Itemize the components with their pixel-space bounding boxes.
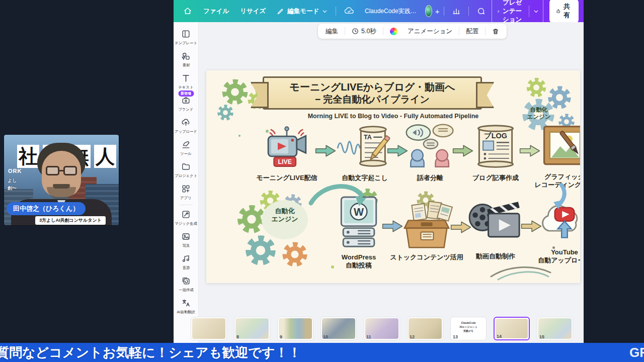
- sidebar-label: 素材: [182, 62, 190, 67]
- sidebar-item-tools[interactable]: ツール: [174, 137, 198, 159]
- trash-icon: [492, 28, 499, 35]
- toolbar-divider: [459, 27, 459, 35]
- slide-thumbnail[interactable]: 15: [537, 317, 573, 340]
- document-title[interactable]: ClaudeCode実践会第1回2026年4...: [365, 7, 417, 16]
- new-badge: 新登場: [178, 90, 194, 97]
- thumbnail-art: [235, 318, 269, 339]
- sidebar-label: AI自動翻訳: [177, 309, 195, 314]
- ta-note: TA: [364, 134, 372, 141]
- swoosh-decoration: [488, 261, 553, 282]
- gear-decoration: [244, 233, 278, 267]
- cloud-sync-button[interactable]: [340, 4, 359, 18]
- thumbnail-number: 9: [280, 334, 282, 339]
- sidebar-item-elements[interactable]: 素材: [174, 48, 198, 70]
- step-label: 動画自動制作: [460, 252, 531, 260]
- slide-thumbnail[interactable]: 10: [320, 317, 357, 340]
- resize-menu-label: リサイズ: [240, 7, 266, 16]
- duration-button[interactable]: 5.0秒: [347, 25, 381, 38]
- text-icon: [181, 73, 191, 83]
- gear-decoration: [220, 77, 250, 107]
- sidebar-item-magic-media[interactable]: マジック生成: [174, 207, 198, 229]
- sidebar-item-projects[interactable]: プロジェクト: [174, 159, 198, 181]
- share-label: 共有: [564, 3, 572, 20]
- slide-thumbnail[interactable]: 9: [277, 317, 313, 340]
- slide-thumbnail[interactable]: 8: [234, 317, 270, 340]
- bar-chart-icon: [452, 7, 460, 15]
- slide-thumbnail[interactable]: 11: [364, 317, 400, 340]
- edit-mode-menu[interactable]: 編集モード: [272, 4, 332, 19]
- resize-menu[interactable]: リサイズ: [235, 4, 270, 19]
- comments-button[interactable]: [472, 4, 490, 18]
- presentation-dropdown[interactable]: [529, 6, 543, 17]
- pencil-icon: [277, 8, 284, 15]
- speakers-icon: [404, 123, 456, 171]
- toolbar-divider: [345, 27, 345, 35]
- ticker-message: 質問などコメントお気軽に！シェアも歓迎です！！: [0, 344, 301, 361]
- insights-button[interactable]: [448, 4, 465, 18]
- add-member-button[interactable]: +: [435, 7, 440, 16]
- sidebar-label: 写真: [182, 243, 190, 248]
- left-sidebar: テンプレート 素材 テキスト 新登場 ブランド アップロード ツール プロジェク…: [174, 22, 199, 343]
- bulk-create-icon: [181, 276, 191, 286]
- clock-icon: [352, 28, 359, 35]
- sidebar-label: 一括作成: [179, 287, 193, 292]
- presenter-glasses: [46, 166, 77, 175]
- sidebar-item-ai-translate[interactable]: AI自動翻訳: [174, 295, 198, 317]
- arrow-icon: [386, 144, 409, 158]
- blog-scroll-icon: ブLOG: [471, 123, 520, 171]
- sidebar-label: マジック生成: [175, 221, 197, 226]
- sidebar-item-bulk-create[interactable]: 一括作成: [174, 273, 198, 295]
- sidebar-item-audio[interactable]: 音源: [174, 251, 198, 273]
- sidebar-item-text[interactable]: テキスト: [174, 70, 198, 93]
- sidebar-item-uploads[interactable]: アップロード: [174, 115, 198, 137]
- slide-thumbnail[interactable]: ClaudeCode AIエージェント 実践デモ 13: [450, 317, 487, 340]
- thumbnail-text: ClaudeCode AIエージェント 実践デモ: [451, 321, 486, 333]
- edit-mode-label: 編集モード: [287, 7, 319, 16]
- presenter-name-tag: 田中啓之（ひろくん）: [7, 202, 86, 215]
- share-button[interactable]: 共有: [549, 0, 579, 23]
- edit-button[interactable]: 編集: [321, 25, 343, 38]
- sidebar-item-brand[interactable]: 新登場 ブランド: [174, 93, 198, 115]
- avatar[interactable]: [425, 5, 432, 17]
- slide-canvas[interactable]: 自動化 エンジン モーニングLIVEからブログ・動画へ − 完全自動化パイプライ…: [206, 70, 580, 283]
- slide-subtitle: Morning LIVE to Blog to Video - Fully Au…: [206, 113, 580, 120]
- slide-thumbnail[interactable]: 12: [407, 317, 443, 340]
- color-button[interactable]: [385, 25, 402, 38]
- arrange-button[interactable]: 配置: [461, 25, 483, 38]
- arrow-icon: [519, 144, 541, 158]
- file-menu[interactable]: ファイル: [199, 4, 233, 19]
- dot-decoration: [238, 135, 240, 137]
- step-label: 自動文字起こし: [330, 174, 400, 182]
- curved-arrow-icon: [307, 182, 372, 214]
- arrow-icon: [381, 219, 404, 233]
- sidebar-item-templates[interactable]: テンプレート: [174, 26, 198, 48]
- video-camera-icon: LIVE: [261, 123, 313, 171]
- slide-thumbnail[interactable]: [191, 317, 227, 340]
- step-label: 話者分離: [400, 174, 460, 182]
- sidebar-label: テンプレート: [175, 40, 197, 45]
- presenter-role-tag: 3方よしAI共創コンサルタント: [35, 216, 106, 225]
- context-toolbar: 編集 5.0秒 アニメーション 配置: [318, 24, 507, 39]
- sidebar-item-photos[interactable]: 写真: [174, 229, 198, 251]
- slide-thumbnail-selected[interactable]: 14: [494, 317, 530, 340]
- arrow-icon: [314, 144, 337, 158]
- animation-button[interactable]: アニメーション: [403, 25, 457, 38]
- sidebar-label: テキスト: [178, 84, 193, 89]
- arrow-icon: [450, 220, 472, 234]
- thumbnail-number: 10: [323, 334, 328, 339]
- chevron-down-icon: [322, 9, 328, 14]
- home-button[interactable]: [179, 4, 197, 19]
- toolbar-divider: [444, 7, 444, 16]
- sidebar-label: 音源: [182, 265, 190, 270]
- translate-icon: [181, 298, 191, 308]
- color-wheel-icon: [390, 28, 397, 35]
- sidebar-label: ブランド: [178, 107, 193, 112]
- comment-bubble-icon: [477, 7, 485, 15]
- blog-note: ブLOG: [484, 132, 507, 140]
- medal-icon: [497, 8, 500, 15]
- thumbnail-number: 11: [366, 334, 371, 339]
- engine-label: 自動化 エンジン: [263, 207, 307, 223]
- sidebar-item-apps[interactable]: アプリ: [174, 181, 198, 203]
- thumbnail-art: [279, 318, 312, 339]
- delete-button[interactable]: [488, 25, 504, 38]
